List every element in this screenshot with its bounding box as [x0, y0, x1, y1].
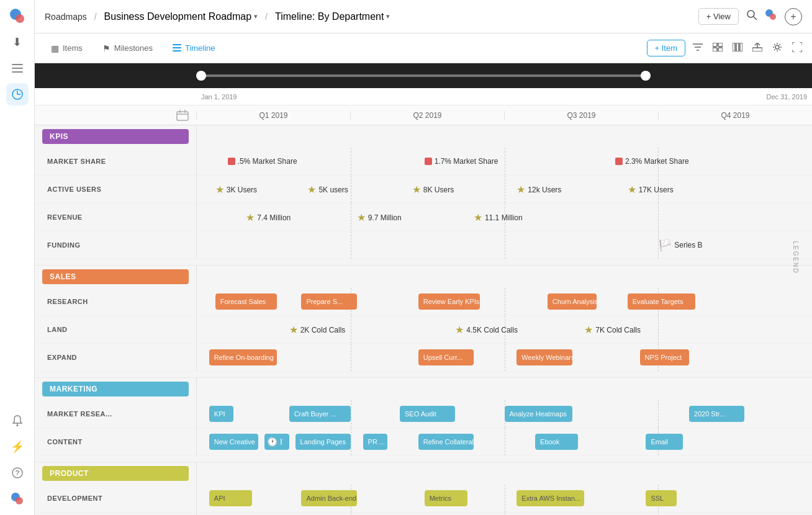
timeline-bar-3[interactable]: NPS Project — [640, 349, 689, 365]
breadcrumb-roadmaps[interactable]: Roadmaps — [45, 12, 87, 22]
app-icon[interactable] — [765, 9, 777, 24]
list-view-icon[interactable] — [6, 57, 29, 79]
timeline-bar-4[interactable]: Evaluate Targets — [628, 293, 695, 310]
breadcrumb-timeline[interactable]: Timeline: By Department ▾ — [275, 11, 390, 22]
export-icon[interactable] — [750, 40, 765, 56]
group-label-marketing[interactable]: MARKETING — [42, 382, 189, 396]
slider-track[interactable] — [196, 74, 651, 77]
timeline-star-4[interactable]: ★17K Users — [628, 184, 674, 195]
milestones-icon: ⚑ — [102, 43, 111, 53]
sub-row-development: DEVELOPMENTAPIAdmin Back-endMetricsExtra… — [35, 485, 812, 513]
notification-icon[interactable] — [6, 410, 29, 432]
timeline-bar-2[interactable]: Review Early KPIs — [418, 293, 480, 310]
slider-handle-right[interactable] — [641, 71, 651, 81]
quarter-divider — [351, 400, 351, 428]
timeline-flag-0[interactable]: 🏳️Series B — [658, 238, 702, 252]
timeline-bar-0[interactable]: Forecast Sales — [215, 293, 277, 310]
sub-timeline-content: New Creative🕐 ILanding PagesPR ...Refine… — [196, 428, 812, 455]
star-label: 7.4 Million — [257, 213, 291, 222]
timeline-star-2[interactable]: ★11.1 Million — [474, 212, 523, 223]
timeline-bar-4[interactable]: SSL — [646, 490, 677, 506]
timeline-marker-0[interactable]: .5% Market Share — [228, 157, 297, 166]
timeline-star-0[interactable]: ★3K Users — [215, 184, 257, 195]
group-label-sales[interactable]: SALES — [42, 269, 189, 284]
timeline-bar-0[interactable]: Refine On-boarding — [209, 349, 277, 365]
marker-square — [425, 158, 432, 165]
timeline-bar-1[interactable]: Upsell Curr... — [418, 349, 474, 365]
timeline-bar-4[interactable]: 2020 Str... — [689, 406, 744, 422]
group-timeline-sales — [196, 266, 812, 288]
timeline-star-0[interactable]: ★2K Cold Calls — [289, 324, 346, 336]
new-item-button[interactable]: + Item — [647, 40, 686, 56]
timeline-star-1[interactable]: ★9.7 Million — [357, 212, 402, 223]
timeline-bar-3[interactable]: Extra AWS Instan... — [517, 490, 584, 506]
timeline-bar-1[interactable]: Craft Buyer ... — [289, 406, 351, 422]
timeline-bar-4[interactable]: Refine Collateral — [418, 434, 474, 450]
download-icon[interactable]: ⬇ — [6, 31, 29, 53]
timeline-bar-5[interactable]: Ebook — [535, 434, 578, 450]
tab-timeline[interactable]: Timeline — [164, 40, 224, 57]
timeline-bar-3[interactable]: Churn Analysis — [548, 293, 597, 310]
add-button[interactable]: + — [785, 8, 802, 25]
view-button[interactable]: + View — [698, 8, 739, 25]
timeline-marker-2[interactable]: 2.3% Market Share — [615, 157, 689, 166]
calendar-icon — [176, 110, 189, 121]
timeline-star-1[interactable]: ★4.5K Cold Calls — [455, 324, 518, 336]
fullscreen-icon[interactable] — [790, 40, 805, 57]
sub-timeline-land: ★2K Cold Calls★4.5K Cold Calls★7K Cold C… — [196, 316, 812, 343]
dashboard-icon[interactable] — [6, 83, 29, 105]
marker-label: 1.7% Market Share — [435, 157, 498, 166]
sub-timeline-growth: Social Sign-inReferral ProgramSearchLive… — [196, 513, 812, 515]
group-label-kpis[interactable]: KPIS — [42, 129, 189, 144]
timeline-bar-0[interactable]: KPI — [209, 406, 234, 422]
settings-icon[interactable] — [770, 40, 785, 57]
brand-logo[interactable] — [6, 5, 29, 27]
timeline-star-2[interactable]: ★8K Users — [412, 184, 454, 195]
quarter-divider — [505, 513, 505, 515]
breadcrumb-business[interactable]: Business Development Roadmap ▾ — [104, 11, 258, 22]
timeline-bar-1[interactable]: 🕐 I — [264, 434, 289, 450]
timeline-bar-0[interactable]: New Creative — [209, 434, 258, 450]
svg-rect-30 — [740, 43, 742, 52]
marker-square — [228, 158, 235, 165]
svg-rect-28 — [733, 43, 735, 52]
search-icon[interactable] — [746, 9, 757, 24]
timeline-star-2[interactable]: ★7K Cold Calls — [584, 324, 641, 336]
columns-icon[interactable] — [730, 40, 745, 56]
logo-bottom[interactable] — [6, 488, 29, 510]
timeline-bar-6[interactable]: Email — [646, 434, 682, 450]
group-label-product[interactable]: PRODUCT — [42, 466, 189, 481]
breadcrumb-timeline-chevron: ▾ — [386, 12, 390, 20]
sub-row-growth: GROWTHSocial Sign-inReferral ProgramSear… — [35, 513, 812, 515]
tab-items[interactable]: ▦ Items — [42, 40, 91, 57]
sub-row-research: RESEARCHForecast SalesPrepare S...Review… — [35, 288, 812, 316]
timeline-star-3[interactable]: ★12k Users — [517, 184, 561, 195]
timeline-bar-2[interactable]: Landing Pages — [295, 434, 351, 450]
timeline-bar-2[interactable]: SEO Audit — [400, 406, 455, 422]
filter-icon[interactable] — [690, 40, 705, 56]
help-icon[interactable]: ? — [6, 462, 29, 484]
timeline-bar-2[interactable]: Weekly Webinars — [517, 349, 572, 365]
timeline-bar-0[interactable]: API — [209, 490, 252, 506]
timeline-star-0[interactable]: ★7.4 Million — [246, 212, 291, 223]
star-icon: ★ — [289, 324, 298, 336]
timeline-bar-1[interactable]: Admin Back-end — [301, 490, 356, 506]
sub-label-market-resea-: MARKET RESEA... — [35, 410, 196, 418]
lightning-icon[interactable]: ⚡ — [6, 436, 29, 458]
flag-label: Series B — [674, 241, 702, 249]
quarter-divider — [658, 400, 659, 428]
timeline-bar-2[interactable]: Metrics — [425, 490, 467, 506]
timeline-bar-3[interactable]: PR ... — [363, 434, 388, 450]
quarter-divider — [505, 148, 505, 175]
timeline-star-1[interactable]: ★5K users — [307, 184, 348, 195]
slider-handle-left[interactable] — [196, 71, 206, 81]
group-icon[interactable] — [710, 40, 725, 56]
timeline-bar-3[interactable]: Analyze Heatmaps — [505, 406, 572, 422]
svg-rect-18 — [173, 44, 181, 45]
tab-actions: + Item — [647, 40, 805, 57]
timeline-marker-1[interactable]: 1.7% Market Share — [425, 157, 498, 166]
sub-row-active-users: ACTIVE USERS★3K Users★5K users★8K Users★… — [35, 176, 812, 204]
timeline-slider[interactable] — [35, 63, 812, 88]
timeline-bar-1[interactable]: Prepare S... — [301, 293, 356, 310]
tab-milestones[interactable]: ⚑ Milestones — [94, 40, 161, 57]
